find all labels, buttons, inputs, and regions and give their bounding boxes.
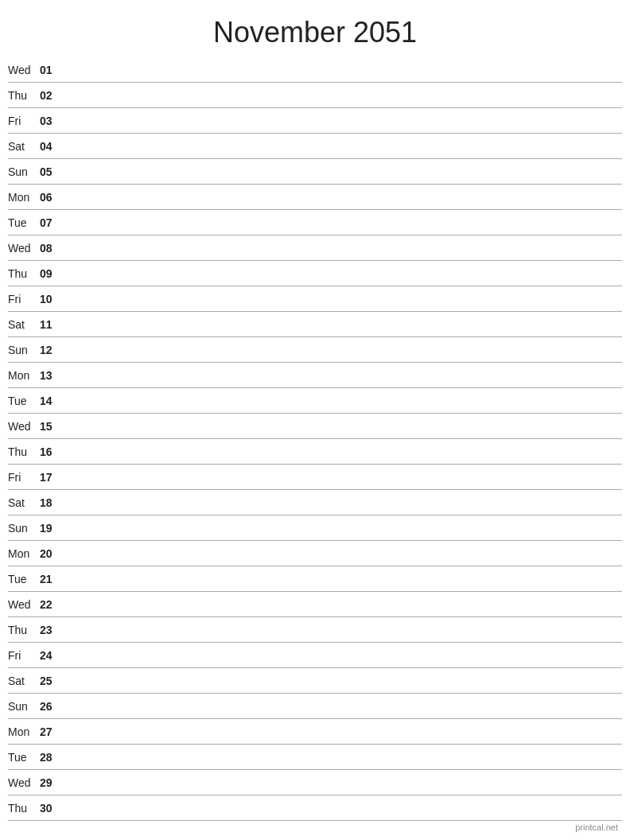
day-line xyxy=(64,196,622,197)
calendar-row: Sat25 xyxy=(8,668,622,694)
day-number: 20 xyxy=(40,547,64,560)
day-line xyxy=(64,451,622,452)
day-name: Thu xyxy=(8,445,40,458)
day-number: 14 xyxy=(40,395,64,407)
day-name: Sat xyxy=(8,140,40,153)
day-number: 15 xyxy=(40,420,64,433)
calendar-row: Mon20 xyxy=(8,541,622,566)
calendar-row: Wed22 xyxy=(8,592,622,617)
day-name: Sun xyxy=(8,344,40,356)
day-line xyxy=(64,298,622,299)
day-number: 29 xyxy=(40,776,64,789)
day-number: 19 xyxy=(40,522,64,535)
day-number: 16 xyxy=(40,445,64,458)
day-number: 10 xyxy=(40,293,64,305)
day-line xyxy=(64,324,622,325)
day-line xyxy=(64,680,622,681)
day-name: Sat xyxy=(8,318,40,331)
day-number: 27 xyxy=(40,725,64,738)
day-number: 18 xyxy=(40,496,64,509)
calendar-row: Sun26 xyxy=(8,694,622,719)
day-number: 26 xyxy=(40,700,64,713)
calendar-row: Fri24 xyxy=(8,643,622,668)
calendar-row: Sun19 xyxy=(8,515,622,541)
day-number: 13 xyxy=(40,369,64,382)
calendar-row: Sun05 xyxy=(8,159,622,185)
day-line xyxy=(64,95,622,95)
day-name: Thu xyxy=(8,802,40,815)
day-name: Mon xyxy=(8,369,40,382)
day-line xyxy=(64,222,622,223)
day-line xyxy=(64,527,622,528)
day-name: Sun xyxy=(8,165,40,178)
calendar-row: Thu23 xyxy=(8,617,622,643)
day-number: 21 xyxy=(40,573,64,585)
day-line xyxy=(64,731,622,732)
day-number: 25 xyxy=(40,675,64,687)
calendar-row: Tue21 xyxy=(8,566,622,592)
calendar-row: Fri10 xyxy=(8,286,622,312)
calendar-row: Sat11 xyxy=(8,312,622,337)
day-line xyxy=(64,349,622,350)
calendar-row: Mon27 xyxy=(8,719,622,745)
day-name: Sun xyxy=(8,700,40,713)
day-line xyxy=(64,120,622,121)
day-name: Thu xyxy=(8,267,40,280)
day-line xyxy=(64,476,622,477)
day-name: Tue xyxy=(8,395,40,407)
day-number: 23 xyxy=(40,624,64,636)
calendar-row: Wed29 xyxy=(8,770,622,795)
day-number: 07 xyxy=(40,216,64,229)
day-line xyxy=(64,502,622,503)
day-line xyxy=(64,629,622,630)
calendar-row: Thu30 xyxy=(8,795,622,821)
day-line xyxy=(64,400,622,401)
day-name: Thu xyxy=(8,89,40,102)
day-name: Mon xyxy=(8,191,40,204)
day-name: Fri xyxy=(8,649,40,662)
calendar-row: Tue14 xyxy=(8,388,622,414)
day-name: Wed xyxy=(8,598,40,611)
calendar-row: Mon06 xyxy=(8,185,622,210)
day-number: 24 xyxy=(40,649,64,662)
day-line xyxy=(64,782,622,783)
day-line xyxy=(64,69,622,70)
day-name: Wed xyxy=(8,776,40,789)
day-line xyxy=(64,578,622,579)
day-number: 17 xyxy=(40,471,64,484)
day-name: Fri xyxy=(8,115,40,127)
day-number: 06 xyxy=(40,191,64,204)
footer-credit: printcal.net xyxy=(575,822,618,832)
day-line xyxy=(64,426,622,426)
calendar-row: Sun12 xyxy=(8,337,622,363)
day-number: 03 xyxy=(40,115,64,127)
day-line xyxy=(64,273,622,274)
day-line xyxy=(64,807,622,808)
day-number: 02 xyxy=(40,89,64,102)
calendar-row: Fri03 xyxy=(8,108,622,134)
calendar-row: Thu09 xyxy=(8,261,622,286)
page-title: November 2051 xyxy=(0,0,630,57)
day-line xyxy=(64,756,622,757)
day-number: 05 xyxy=(40,165,64,178)
day-name: Mon xyxy=(8,725,40,738)
day-line xyxy=(64,247,622,248)
calendar-row: Mon13 xyxy=(8,363,622,388)
day-line xyxy=(64,706,622,706)
day-name: Wed xyxy=(8,420,40,433)
calendar-row: Tue07 xyxy=(8,210,622,235)
calendar-row: Sat04 xyxy=(8,134,622,159)
day-line xyxy=(64,553,622,554)
day-line xyxy=(64,655,622,655)
day-line xyxy=(64,375,622,375)
day-name: Wed xyxy=(8,64,40,76)
day-number: 11 xyxy=(40,318,64,331)
calendar-container: Wed01Thu02Fri03Sat04Sun05Mon06Tue07Wed08… xyxy=(0,57,630,821)
day-name: Sat xyxy=(8,496,40,509)
day-number: 04 xyxy=(40,140,64,153)
day-name: Tue xyxy=(8,573,40,585)
calendar-row: Thu16 xyxy=(8,439,622,465)
calendar-row: Wed01 xyxy=(8,57,622,83)
day-number: 08 xyxy=(40,242,64,255)
day-name: Fri xyxy=(8,293,40,305)
